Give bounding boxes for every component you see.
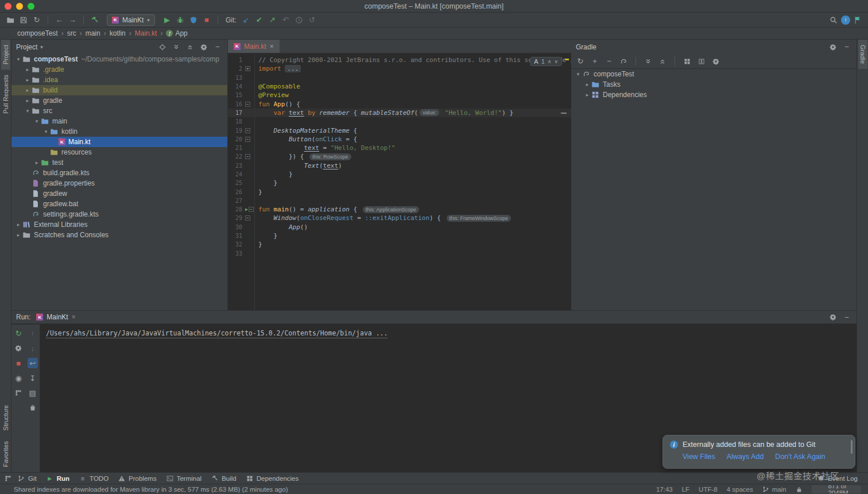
search-everywhere-icon[interactable] [828,14,839,26]
breadcrumb-item-kotlin[interactable]: kotlin [108,29,127,37]
git-update-icon[interactable]: ↙ [241,14,252,26]
open-file-icon[interactable] [5,14,16,26]
git-rollback-icon[interactable]: ↶ [280,14,292,26]
maximize-window-button[interactable] [28,3,34,10]
tree-chevron-icon[interactable]: ▸ [24,98,31,103]
code-line[interactable]: 24 } [228,170,571,179]
restore-layout-icon[interactable] [13,388,24,398]
fold-icon[interactable]: − [245,128,250,133]
git-branch-widget[interactable]: main [762,485,786,493]
gradle-dependencies-icon[interactable] [681,56,693,67]
next-occurrence-icon[interactable]: ↓ [28,343,38,353]
stripe-tab-gradle[interactable]: Gradle [858,40,867,69]
toolwindow-tab-dependencies[interactable]: Dependencies [241,473,304,484]
code-line[interactable]: 15@Preview [228,91,571,99]
file-lock-icon[interactable] [796,486,803,493]
notifications-flag-icon[interactable] [852,14,863,26]
fold-icon[interactable]: − [245,137,250,142]
run-line-icon[interactable]: ▶ [245,207,248,212]
forward-icon[interactable]: → [67,14,78,26]
code-line[interactable]: 20− Button(onClick = { [228,135,571,144]
inspection-widget[interactable]: A 1 ∧ ∨ [530,57,562,66]
git-history-icon[interactable] [293,14,305,26]
close-tab-icon[interactable]: × [270,43,274,51]
notification-action-view-files[interactable]: View Files [683,453,715,461]
code-line[interactable]: 31 } [228,231,571,240]
git-commit-icon[interactable]: ✔ [254,14,265,26]
run-tab-mainkt[interactable]: K MainKt × [36,313,75,321]
encoding-indicator[interactable]: UTF-8 [699,486,718,493]
code-line[interactable]: 29− Window(onCloseRequest = ::exitApplic… [228,214,571,222]
project-tree-row-test[interactable]: ▸test [11,157,227,168]
project-tree-row-settings-gradle-kts[interactable]: settings.gradle.kts [11,209,227,219]
tree-chevron-icon[interactable]: ▾ [24,108,31,114]
build-project-icon[interactable] [89,14,100,26]
expand-all-icon[interactable] [642,56,654,67]
hide-panel-icon[interactable]: − [212,42,223,52]
tree-chevron-icon[interactable]: ▸ [584,92,591,98]
code-line[interactable]: 16−fun App() { [228,99,571,108]
back-icon[interactable]: ← [53,14,65,26]
tree-chevron-icon[interactable]: ▾ [42,129,49,134]
editor-tab-mainkt[interactable]: K Main.kt × [228,40,280,53]
sync-icon[interactable]: ↻ [31,14,42,26]
prev-inspection-icon[interactable]: ∧ [548,59,552,64]
project-tree-row-gradlew-bat[interactable]: gradlew.bat [11,199,227,209]
next-inspection-icon[interactable]: ∨ [554,59,558,64]
settings-icon[interactable] [828,42,838,52]
toolwindow-tab-todo[interactable]: ≡TODO [74,473,113,484]
code-line[interactable]: 2+import ... [228,64,571,73]
expand-all-icon[interactable] [171,42,181,52]
tree-chevron-icon[interactable]: ▸ [24,87,31,93]
code-line[interactable]: 1// Copyright 2000-2021 JetBrains s.r.o.… [228,56,571,64]
project-tree-row-build[interactable]: ▸build [11,85,227,95]
fold-icon[interactable]: + [245,66,250,71]
code-line[interactable]: 19− DesktopMaterialTheme { [228,126,571,134]
tree-chevron-icon[interactable]: ▸ [24,77,31,83]
project-tree-row-build-gradle-kts[interactable]: build.gradle.kts [11,168,227,178]
fold-icon[interactable]: − [245,215,250,221]
code-line[interactable]: 22− }) { this: RowScope [228,152,571,161]
code-line[interactable]: 13 [228,74,571,82]
tree-chevron-icon[interactable]: ▸ [33,160,40,165]
settings-icon[interactable] [199,42,209,52]
fold-icon[interactable]: − [245,102,250,107]
toolwindow-tab-build[interactable]: Build [206,473,241,484]
code-line[interactable]: 21 text = "Hello, Desktop!" [228,144,571,152]
breadcrumb-item-src[interactable]: src [66,29,78,37]
stripe-tab-project[interactable]: Project [1,40,10,70]
stripe-tab-favorites[interactable]: Favorites [1,436,10,472]
project-tree-row-kotlin[interactable]: ▾kotlin [11,126,227,137]
project-tree-row-main[interactable]: ▾main [11,116,227,126]
project-view-select[interactable]: Project ▾ [16,43,43,51]
tree-chevron-icon[interactable]: ▾ [33,118,40,124]
toolwindow-tab-git[interactable]: Git [13,473,41,484]
toggle-view-icon[interactable] [696,56,707,67]
gradle-tree-row-tasks[interactable]: ▸Tasks [571,79,857,90]
code-line[interactable]: 25 } [228,179,571,187]
rerun-icon[interactable]: ↻ [13,328,24,338]
project-tree-row-resources[interactable]: resources [11,147,227,157]
project-tree-row-gradle-properties[interactable]: gradle.properties [11,178,227,188]
notification-action-always-add[interactable]: Always Add [727,453,764,461]
git-revert-icon[interactable]: ↺ [307,14,318,26]
notification-scrollbar[interactable] [851,440,852,454]
code-editor[interactable]: 1// Copyright 2000-2021 JetBrains s.r.o.… [228,54,571,310]
gradle-settings-icon[interactable] [710,56,722,67]
project-tree-row-composetest[interactable]: ▾composeTest~/Documents/github/compose-s… [11,54,227,64]
project-tree-row-gradlew[interactable]: gradlew [11,188,227,199]
tree-chevron-icon[interactable]: ▸ [24,67,31,72]
tree-chevron-icon[interactable]: ▸ [15,222,22,227]
print-icon[interactable]: ▤ [28,388,38,398]
save-all-icon[interactable] [18,14,29,26]
toolwindow-tab-problems[interactable]: Problems [113,473,161,484]
notification-action-don-t-ask-again[interactable]: Don't Ask Again [775,453,825,461]
code-line[interactable]: 33 [228,249,571,258]
breadcrumb-item-main[interactable]: main [84,29,102,37]
line-separator-indicator[interactable]: LF [682,486,689,493]
gradle-elephant-icon[interactable] [618,56,629,67]
code-line[interactable]: 23 Text(text) [228,161,571,170]
detach-gradle-project-icon[interactable]: − [603,56,615,67]
close-tab-icon[interactable]: × [72,313,76,321]
debug-button[interactable] [175,14,186,26]
